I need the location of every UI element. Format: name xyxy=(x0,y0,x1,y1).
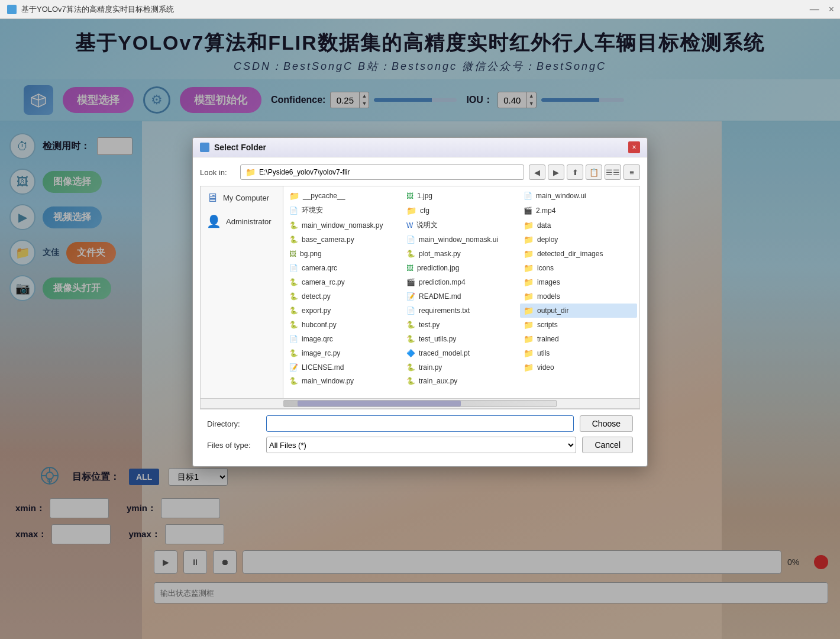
file-test-py[interactable]: 🐍 test.py xyxy=(403,318,520,332)
file-main-window-ui[interactable]: 📄 main_window.ui xyxy=(520,189,637,203)
nav-back-button[interactable]: ◀ xyxy=(529,164,545,180)
folder-video[interactable]: 📁 video xyxy=(520,360,637,375)
py-icon-hubconf: 🐍 xyxy=(289,321,298,329)
folder-models[interactable]: 📁 models xyxy=(520,289,637,304)
computer-icon: 🖥 xyxy=(206,191,218,205)
file-traced-model-pt[interactable]: 🔷 traced_model.pt xyxy=(403,346,520,360)
py-icon-train-aux: 🐍 xyxy=(406,377,415,385)
folder-images[interactable]: 📁 images xyxy=(520,275,637,289)
folder-trained[interactable]: 📁 trained xyxy=(520,332,637,346)
path-folder-icon: 📁 xyxy=(245,167,256,177)
horizontal-scrollbar[interactable] xyxy=(283,400,557,407)
nav-up-button[interactable]: ⬆ xyxy=(567,164,583,180)
dialog-body: Look in: 📁 E:\Pyside6_yolov7\yolov7-flir… xyxy=(193,157,647,466)
file-camera-qrc[interactable]: 📄 camera.qrc xyxy=(286,261,403,275)
folder-icon-images: 📁 xyxy=(524,277,534,287)
minimize-button[interactable]: — xyxy=(810,4,819,15)
doc-icon-env: 📄 xyxy=(289,206,298,215)
ui-icon-nomask: 📄 xyxy=(406,235,415,244)
png-icon-bg: 🖼 xyxy=(289,250,296,258)
sidebar-my-computer[interactable]: 🖥 My Computer xyxy=(201,186,283,209)
nav-forward-button[interactable]: ▶ xyxy=(548,164,564,180)
file-browser: 🖥 My Computer 👤 Administrator 📁 xyxy=(200,186,640,399)
administrator-label: Administrator xyxy=(226,217,272,226)
qrc-icon-camera: 📄 xyxy=(289,264,298,272)
directory-input[interactable] xyxy=(266,415,574,432)
file-train-py[interactable]: 🐍 train.py xyxy=(403,360,520,375)
file-prediction-mp4[interactable]: 🎬 prediction.mp4 xyxy=(403,275,520,289)
file-export-py[interactable]: 🐍 export.py xyxy=(286,304,403,318)
file-license-md[interactable]: 📝 LICENSE.md xyxy=(286,360,403,375)
folder-utils[interactable]: 📁 utils xyxy=(520,346,637,360)
file-image-rc-py[interactable]: 🐍 image_rc.py xyxy=(286,346,403,360)
sidebar-administrator[interactable]: 👤 Administrator xyxy=(201,209,283,233)
qrc-icon-image: 📄 xyxy=(289,335,298,343)
file-2mp4[interactable]: 🎬 2.mp4 xyxy=(520,203,637,218)
file-requirements-txt[interactable]: 📄 requirements.txt xyxy=(403,304,520,318)
folder-icon-output: 📁 xyxy=(524,306,534,315)
folder-icon-video: 📁 xyxy=(524,363,534,372)
py-icon-base-camera: 🐍 xyxy=(289,235,298,244)
file-main-window-py[interactable]: 🐍 main_window.py xyxy=(286,375,403,388)
file-huanjingan[interactable]: 📄 环境安 xyxy=(286,203,403,218)
look-in-path[interactable]: 📁 E:\Pyside6_yolov7\yolov7-flir xyxy=(240,164,524,180)
py-icon-nomask: 🐍 xyxy=(289,221,298,230)
choose-button[interactable]: Choose xyxy=(580,415,633,432)
py-icon-plot: 🐍 xyxy=(406,250,415,258)
file-plot-mask[interactable]: 🐍 plot_mask.py xyxy=(403,247,520,261)
folder-scripts[interactable]: 📁 scripts xyxy=(520,318,637,332)
view-list-button[interactable]: ≡ xyxy=(623,164,640,180)
file-test-utils-py[interactable]: 🐍 test_utils.py xyxy=(403,332,520,346)
folder-data[interactable]: 📁 data xyxy=(520,218,637,233)
dialog-title: Select Folder xyxy=(214,143,623,152)
py-icon-camera-rc: 🐍 xyxy=(289,278,298,286)
dialog-icon xyxy=(200,143,209,152)
file-camera-rc-py[interactable]: 🐍 camera_rc.py xyxy=(286,275,403,289)
window-title: 基于YOLOv7算法的高精度实时目标检测系统 xyxy=(21,4,174,15)
dialog-sidebar: 🖥 My Computer 👤 Administrator xyxy=(201,186,283,398)
file-main-window-nomask-py[interactable]: 🐍 main_window_nomask.py xyxy=(286,218,403,233)
cancel-button[interactable]: Cancel xyxy=(582,437,633,453)
py-icon-main-window: 🐍 xyxy=(289,377,298,385)
dialog-close-button[interactable]: × xyxy=(628,141,640,153)
folder-detected-dir-images[interactable]: 📁 detected_dir_images xyxy=(520,247,637,261)
files-of-type-select[interactable]: All Files (*) xyxy=(266,437,576,453)
folder-cfg[interactable]: 📁 cfg xyxy=(403,203,520,218)
nav-recent-button[interactable]: 📋 xyxy=(586,164,602,180)
file-base-camera[interactable]: 🐍 base_camera.py xyxy=(286,233,403,247)
md-icon-readme: 📝 xyxy=(406,292,415,301)
dialog-titlebar: Select Folder × xyxy=(193,138,647,157)
folder-icon-utils: 📁 xyxy=(524,348,534,358)
folder-icon-cfg: 📁 xyxy=(406,206,416,215)
dialog-footer: Directory: Choose Files of type: All Fil… xyxy=(200,409,640,459)
file-detect-py[interactable]: 🐍 detect.py xyxy=(286,289,403,304)
py-icon-test: 🐍 xyxy=(406,321,415,329)
my-computer-label: My Computer xyxy=(223,193,269,202)
file-train-aux-py[interactable]: 🐍 train_aux.py xyxy=(403,375,520,388)
file-image-qrc[interactable]: 📄 image.qrc xyxy=(286,332,403,346)
folder-deploy[interactable]: 📁 deploy xyxy=(520,233,637,247)
file-list: 📁 __pycache__ 🖼 1.jpg 📄 main_window.ui xyxy=(283,186,639,398)
folder-pycache[interactable]: 📁 __pycache__ xyxy=(286,189,403,203)
folder-icons[interactable]: 📁 icons xyxy=(520,261,637,275)
folder-icon-trained: 📁 xyxy=(524,334,534,344)
mp4-icon-pred: 🎬 xyxy=(406,278,415,286)
view-details-button[interactable]: ☰☰ xyxy=(605,164,621,180)
file-bg-png[interactable]: 🖼 bg.png xyxy=(286,247,403,261)
folder-icon-pycache: 📁 xyxy=(289,191,299,201)
look-in-toolbar: ◀ ▶ ⬆ 📋 ☰☰ ≡ xyxy=(529,164,640,180)
word-icon-sm: W xyxy=(406,221,413,230)
file-readme-md[interactable]: 📝 README.md xyxy=(403,289,520,304)
py-icon-detect: 🐍 xyxy=(289,292,298,301)
scrollbar-thumb[interactable] xyxy=(298,401,461,406)
folder-icon-icons: 📁 xyxy=(524,263,534,273)
close-button[interactable]: × xyxy=(829,4,834,15)
file-hubconf-py[interactable]: 🐍 hubconf.py xyxy=(286,318,403,332)
py-icon-export: 🐍 xyxy=(289,306,298,315)
file-1jpg[interactable]: 🖼 1.jpg xyxy=(403,189,520,203)
file-shuomingwen[interactable]: W 说明文 xyxy=(403,218,520,233)
file-main-window-nomask-ui[interactable]: 📄 main_window_nomask.ui xyxy=(403,233,520,247)
folder-output-dir[interactable]: 📁 output_dir xyxy=(520,304,637,318)
py-icon-train: 🐍 xyxy=(406,363,415,372)
file-prediction-jpg[interactable]: 🖼 prediction.jpg xyxy=(403,261,520,275)
